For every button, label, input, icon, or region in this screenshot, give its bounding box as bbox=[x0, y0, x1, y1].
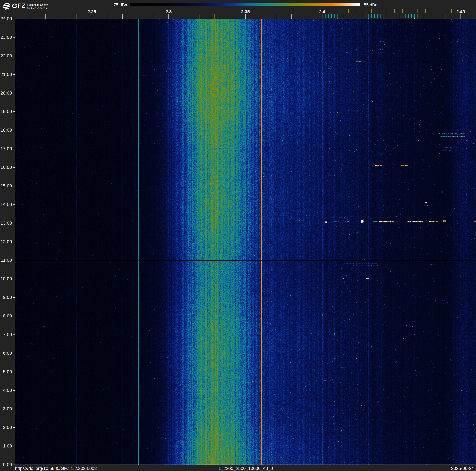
freq-minor-tick bbox=[138, 14, 138, 18]
doi-text: https://doi.org/10.5880/GFZ.1.2.2024.003 bbox=[15, 466, 97, 471]
bluetooth-channel-tick bbox=[427, 14, 427, 18]
freq-axis-label: 2.49 bbox=[456, 9, 465, 14]
wifi-channel-tick bbox=[425, 9, 426, 13]
hour-label: 23:00 bbox=[0, 35, 12, 40]
bluetooth-channel-tick bbox=[380, 14, 381, 18]
bluetooth-channel-tick bbox=[430, 14, 430, 18]
wifi-channel-tick bbox=[387, 9, 387, 13]
bluetooth-channel-tick bbox=[350, 14, 350, 18]
hour-label: 2:00 bbox=[0, 425, 12, 430]
bluetooth-channel-tick bbox=[347, 14, 347, 18]
hour-label: 6:00 bbox=[0, 351, 12, 356]
bluetooth-channel-tick bbox=[384, 14, 384, 18]
freq-minor-tick bbox=[45, 14, 46, 18]
hour-label: 24:00 bbox=[0, 16, 12, 21]
freq-minor-tick bbox=[92, 14, 92, 18]
bluetooth-channel-tick bbox=[433, 14, 433, 18]
wifi-channel-tick bbox=[418, 9, 418, 13]
logo-tagline: Helmholtz Centre for Geosciences bbox=[27, 3, 48, 10]
freq-minor-tick bbox=[230, 14, 230, 18]
bluetooth-channel-tick bbox=[436, 14, 436, 18]
hour-label: 15:00 bbox=[0, 183, 12, 188]
wifi-channel-tick bbox=[356, 9, 357, 13]
wifi-channel-tick bbox=[371, 9, 372, 13]
colorbar bbox=[130, 3, 360, 6]
freq-minor-tick bbox=[199, 14, 200, 18]
bluetooth-channel-tick bbox=[377, 14, 378, 18]
bluetooth-channel-tick bbox=[439, 14, 439, 18]
freq-axis-label: 2.3 bbox=[166, 9, 172, 14]
logo-acronym: GFZ bbox=[12, 2, 26, 10]
bluetooth-channel-tick bbox=[331, 14, 332, 18]
bluetooth-channel-tick bbox=[390, 14, 390, 18]
freq-minor-tick bbox=[322, 14, 323, 18]
bluetooth-channel-tick bbox=[399, 14, 399, 18]
hour-label: 18:00 bbox=[0, 127, 12, 132]
wifi-channel-tick bbox=[394, 9, 395, 13]
bluetooth-channel-tick bbox=[387, 14, 387, 18]
hour-label: 12:00 bbox=[0, 239, 12, 244]
bluetooth-channel-tick bbox=[356, 14, 356, 18]
bluetooth-channel-tick bbox=[334, 14, 335, 18]
bluetooth-channel-tick bbox=[362, 14, 362, 18]
bluetooth-channel-tick bbox=[393, 14, 393, 18]
wifi-channel-tick bbox=[379, 9, 379, 13]
freq-minor-tick bbox=[169, 14, 169, 18]
freq-minor-tick bbox=[15, 14, 15, 18]
bluetooth-channel-tick bbox=[371, 14, 372, 18]
freq-minor-tick bbox=[153, 14, 153, 18]
freq-minor-tick bbox=[460, 14, 461, 18]
hour-label: 1:00 bbox=[0, 443, 12, 448]
date-text: 2025-06-24 bbox=[451, 466, 474, 471]
wifi-channel-tick bbox=[402, 9, 403, 13]
bluetooth-channel-tick bbox=[445, 14, 445, 18]
colorbar-max-label: -55 dBm bbox=[362, 2, 379, 7]
freq-minor-tick bbox=[61, 14, 61, 18]
hour-label: 5:00 bbox=[0, 369, 12, 374]
spectrogram-canvas bbox=[15, 18, 476, 465]
freq-minor-tick bbox=[107, 14, 107, 18]
bluetooth-channel-tick bbox=[365, 14, 365, 18]
hour-label: 11:00 bbox=[0, 258, 12, 263]
bluetooth-channel-tick bbox=[405, 14, 406, 18]
wifi-channel-tick bbox=[348, 9, 349, 13]
wifi-channel-tick bbox=[410, 9, 410, 13]
dataset-id-text: 1_2200_2500_10000_40_0 bbox=[219, 466, 273, 471]
freq-minor-tick bbox=[276, 14, 276, 18]
freq-minor-tick bbox=[307, 14, 307, 18]
freq-minor-tick bbox=[245, 14, 246, 18]
colorbar-min-label: -75 dBm bbox=[98, 2, 128, 7]
hour-label: 8:00 bbox=[0, 313, 12, 318]
hour-label: 4:00 bbox=[0, 388, 12, 393]
wifi-channel-tick bbox=[433, 9, 433, 13]
hour-label: 17:00 bbox=[0, 146, 12, 151]
freq-minor-tick bbox=[30, 14, 30, 18]
hour-label: 10:00 bbox=[0, 276, 12, 281]
wifi-channel-tick bbox=[340, 9, 341, 13]
hour-label: 0:00 bbox=[0, 462, 12, 467]
bluetooth-channel-tick bbox=[414, 14, 415, 18]
hour-label: 9:00 bbox=[0, 295, 12, 300]
bluetooth-channel-tick bbox=[353, 14, 353, 18]
freq-axis-label: 2.4 bbox=[319, 9, 325, 14]
logo-tagline-line2: for Geosciences bbox=[27, 7, 48, 10]
hour-label: 22:00 bbox=[0, 53, 12, 58]
bluetooth-channel-tick bbox=[421, 14, 421, 18]
gfz-globe-icon bbox=[3, 3, 11, 10]
spectrogram-page: { "header": { "logo": { "acronym": "GFZ"… bbox=[0, 0, 476, 471]
bluetooth-channel-tick bbox=[344, 14, 344, 18]
hour-label: 3:00 bbox=[0, 406, 12, 411]
freq-minor-tick bbox=[76, 14, 76, 18]
freq-axis-label: 2.35 bbox=[241, 9, 250, 14]
bluetooth-channel-tick bbox=[411, 14, 412, 18]
hour-label: 14:00 bbox=[0, 202, 12, 207]
wifi-channel-tick bbox=[364, 9, 364, 13]
bluetooth-channel-tick bbox=[408, 14, 408, 18]
bluetooth-channel-tick bbox=[328, 14, 329, 18]
bluetooth-channel-tick bbox=[340, 14, 341, 18]
bluetooth-channel-tick bbox=[325, 14, 325, 18]
freq-minor-tick bbox=[261, 14, 261, 18]
hour-label: 13:00 bbox=[0, 221, 12, 225]
wifi-channel-tick bbox=[451, 9, 452, 13]
hour-gridline bbox=[13, 465, 476, 465]
